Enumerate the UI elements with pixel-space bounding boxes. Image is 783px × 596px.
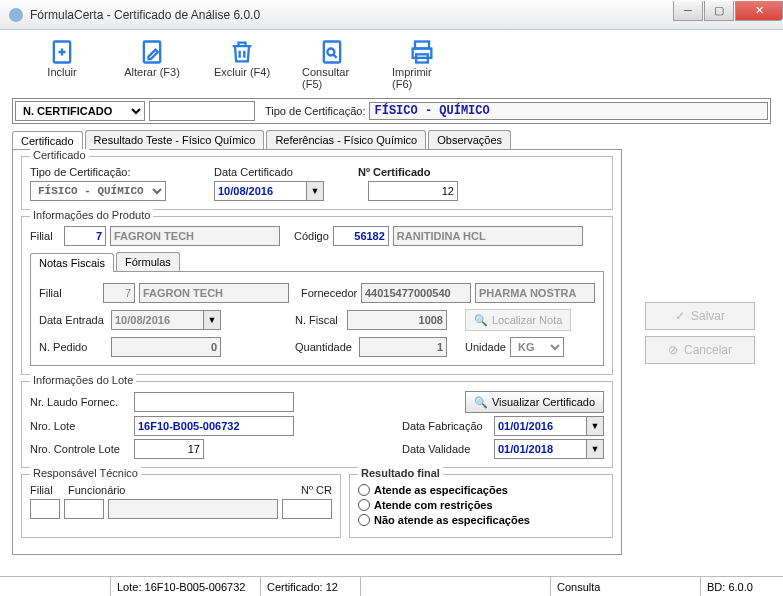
app-icon bbox=[8, 7, 24, 23]
filter-tipo-label: Tipo de Certificação: bbox=[265, 105, 365, 117]
plus-page-icon bbox=[48, 38, 76, 66]
status-blank2 bbox=[360, 577, 550, 596]
tab-resultado[interactable]: Resultado Teste - Físico Químico bbox=[85, 130, 265, 149]
filter-bar: N. CERTIFICADO Tipo de Certificação: FÍS… bbox=[12, 98, 771, 124]
status-modo: Consulta bbox=[550, 577, 700, 596]
num-certificado-input[interactable] bbox=[368, 181, 458, 201]
search-page-icon: 🔍 bbox=[474, 396, 488, 409]
status-bd: BD: 6.0.0 bbox=[700, 577, 783, 596]
lote-fieldset: Informações do Lote Nr. Laudo Fornec. 🔍V… bbox=[21, 381, 613, 468]
edit-page-icon bbox=[138, 38, 166, 66]
produto-filial-nome bbox=[110, 226, 280, 246]
excluir-button[interactable]: Excluir (F4) bbox=[212, 38, 272, 90]
filter-field-select[interactable]: N. CERTIFICADO bbox=[15, 101, 145, 121]
resp-func-input[interactable] bbox=[64, 499, 104, 519]
check-icon: ✓ bbox=[675, 309, 685, 323]
chevron-down-icon[interactable]: ▼ bbox=[306, 181, 324, 201]
data-validade-input[interactable] bbox=[494, 439, 586, 459]
tab-observacoes[interactable]: Observações bbox=[428, 130, 511, 149]
subtab-body: Filial Fornecedor Data Entrada ▼ N. Fisc… bbox=[30, 271, 604, 366]
incluir-button[interactable]: Incluir bbox=[32, 38, 92, 90]
imprimir-button[interactable]: Imprimir (F6) bbox=[392, 38, 452, 90]
printer-icon bbox=[408, 38, 436, 66]
tab-referencias[interactable]: Referências - Físico Químico bbox=[266, 130, 426, 149]
radio-restricoes[interactable]: Atende com restrições bbox=[358, 499, 604, 511]
nf-quantidade bbox=[359, 337, 447, 357]
visualizar-certificado-button[interactable]: 🔍Visualizar Certificado bbox=[465, 391, 604, 413]
nf-filial-nome bbox=[139, 283, 289, 303]
laudo-input[interactable] bbox=[134, 392, 294, 412]
status-lote: Lote: 16F10-B005-006732 bbox=[110, 577, 260, 596]
close-button[interactable]: ✕ bbox=[735, 1, 783, 21]
chevron-down-icon[interactable]: ▼ bbox=[586, 439, 604, 459]
nf-entrada bbox=[111, 310, 203, 330]
nf-unidade[interactable]: KG bbox=[510, 337, 564, 357]
subtab-formulas[interactable]: Fórmulas bbox=[116, 252, 180, 271]
svg-point-4 bbox=[327, 49, 334, 56]
cancelar-button[interactable]: ⊘Cancelar bbox=[645, 336, 755, 364]
produto-codigo-nome bbox=[393, 226, 583, 246]
chevron-down-icon[interactable]: ▼ bbox=[203, 310, 221, 330]
alterar-button[interactable]: Alterar (F3) bbox=[122, 38, 182, 90]
main-tabs: Certificado Resultado Teste - Físico Quí… bbox=[12, 130, 771, 149]
certificado-fieldset: Certificado Tipo de Certificação: Data C… bbox=[21, 156, 613, 210]
cancel-icon: ⊘ bbox=[668, 343, 678, 357]
search-page-icon bbox=[318, 38, 346, 66]
data-certificado-input[interactable] bbox=[214, 181, 306, 201]
toolbar: Incluir Alterar (F3) Excluir (F4) Consul… bbox=[12, 38, 771, 96]
filter-tipo-value: FÍSICO - QUÍMICO bbox=[369, 102, 768, 120]
radio-nao-atende[interactable]: Não atende as especificações bbox=[358, 514, 604, 526]
nf-pedido bbox=[111, 337, 221, 357]
localizar-nota-button[interactable]: 🔍Localizar Nota bbox=[465, 309, 571, 331]
radio-atende[interactable]: Atende as especificações bbox=[358, 484, 604, 496]
produto-filial-input[interactable] bbox=[64, 226, 106, 246]
search-icon: 🔍 bbox=[474, 314, 488, 327]
nf-fornecedor bbox=[361, 283, 471, 303]
window-title: FórmulaCerta - Certificado de Análise 6.… bbox=[30, 8, 672, 22]
resp-filial-input[interactable] bbox=[30, 499, 60, 519]
maximize-button[interactable]: ▢ bbox=[704, 1, 734, 21]
chevron-down-icon[interactable]: ▼ bbox=[586, 416, 604, 436]
subtab-notas-fiscais[interactable]: Notas Fiscais bbox=[30, 253, 114, 272]
nf-nfiscal bbox=[347, 310, 447, 330]
nro-controle-input[interactable] bbox=[134, 439, 204, 459]
responsavel-fieldset: Responsável Técnico Filial Funcionário N… bbox=[21, 474, 341, 538]
titlebar: FórmulaCerta - Certificado de Análise 6.… bbox=[0, 0, 783, 30]
salvar-button[interactable]: ✓Salvar bbox=[645, 302, 755, 330]
svg-point-0 bbox=[9, 8, 23, 22]
status-bar: Lote: 16F10-B005-006732 Certificado: 12 … bbox=[0, 576, 783, 596]
filter-search-input[interactable] bbox=[149, 101, 255, 121]
produto-codigo-input[interactable] bbox=[333, 226, 389, 246]
status-blank bbox=[0, 577, 110, 596]
data-fabricacao-input[interactable] bbox=[494, 416, 586, 436]
resp-cr-input[interactable] bbox=[282, 499, 332, 519]
nf-filial bbox=[103, 283, 135, 303]
tab-certificado[interactable]: Certificado bbox=[12, 131, 83, 150]
consultar-button[interactable]: Consultar (F5) bbox=[302, 38, 362, 90]
trash-icon bbox=[228, 38, 256, 66]
minimize-button[interactable]: ─ bbox=[673, 1, 703, 21]
resp-func-nome bbox=[108, 499, 278, 519]
status-cert: Certificado: 12 bbox=[260, 577, 360, 596]
tab-body: Certificado Tipo de Certificação: Data C… bbox=[12, 149, 622, 555]
produto-fieldset: Informações do Produto Filial Código Not… bbox=[21, 216, 613, 375]
nro-lote-input[interactable] bbox=[134, 416, 294, 436]
nf-fornecedor-nome bbox=[475, 283, 595, 303]
tipo-cert-select[interactable]: FÍSICO - QUÍMICO bbox=[30, 181, 166, 201]
resultado-fieldset: Resultado final Atende as especificações… bbox=[349, 474, 613, 538]
